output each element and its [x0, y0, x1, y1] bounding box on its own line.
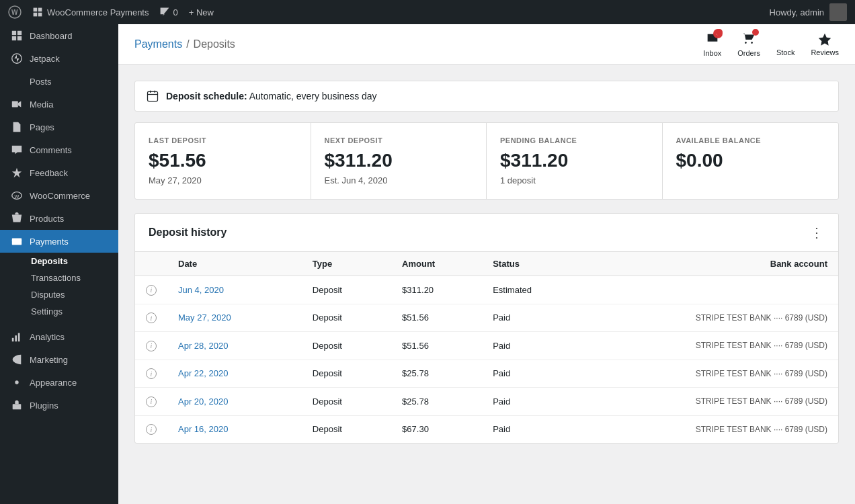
- row-status: Paid: [482, 304, 583, 332]
- breadcrumb-current: Deposits: [194, 38, 235, 50]
- stat-sub-1: Est. Jun 4, 2020: [325, 175, 473, 185]
- breadcrumb: Payments / Deposits: [134, 38, 235, 50]
- sidebar-item-pages[interactable]: Pages: [0, 116, 118, 138]
- sidebar-item-posts[interactable]: Posts: [0, 70, 118, 93]
- history-menu-button[interactable]: ⋮: [810, 224, 825, 241]
- row-info-icon[interactable]: i: [135, 415, 167, 443]
- page-content: Deposit schedule: Automatic, every busin…: [118, 65, 855, 504]
- row-type: Deposit: [302, 332, 391, 360]
- row-info-icon[interactable]: i: [135, 276, 167, 304]
- sidebar-item-products[interactable]: Products: [0, 207, 118, 230]
- row-date[interactable]: Apr 20, 2020: [167, 388, 302, 416]
- sidebar-item-plugins[interactable]: Plugins: [0, 394, 118, 417]
- comments-link[interactable]: 0: [159, 7, 177, 17]
- sidebar-item-analytics[interactable]: Analytics: [0, 325, 118, 348]
- sidebar-sub-deposits[interactable]: Deposits: [0, 253, 118, 269]
- sidebar-sub-settings[interactable]: Settings: [0, 303, 118, 320]
- sidebar-item-appearance[interactable]: Appearance: [0, 371, 118, 394]
- row-status: Paid: [482, 360, 583, 388]
- svg-point-23: [745, 42, 747, 44]
- row-date[interactable]: Apr 16, 2020: [167, 415, 302, 443]
- sidebar-item-media[interactable]: Media: [0, 93, 118, 116]
- quick-action-reviews[interactable]: Reviews: [811, 32, 839, 56]
- col-header-amount: Amount: [391, 252, 482, 276]
- sidebar-sub-disputes[interactable]: Disputes: [0, 286, 118, 303]
- row-info-icon[interactable]: i: [135, 360, 167, 388]
- content-area: Payments / Deposits ● Inbox: [118, 24, 855, 504]
- svg-rect-9: [17, 36, 22, 40]
- quick-action-inbox[interactable]: ● Inbox: [703, 32, 721, 57]
- row-status: Paid: [482, 388, 583, 416]
- svg-rect-6: [12, 31, 16, 35]
- stat-sub-2: 1 deposit: [500, 175, 649, 185]
- row-bank: STRIPE TEST BANK ···· 6789 (USD): [583, 332, 838, 360]
- sidebar-label-media: Media: [30, 99, 53, 110]
- deposit-history-card: Deposit history ⋮ Date Type Amount Statu…: [134, 213, 839, 444]
- sidebar-item-payments[interactable]: Payments: [0, 230, 118, 253]
- sidebar-label-jetpack: Jetpack: [30, 54, 60, 64]
- row-info-icon[interactable]: i: [135, 332, 167, 360]
- svg-marker-11: [14, 55, 17, 58]
- svg-rect-3: [38, 8, 42, 12]
- svg-rect-4: [34, 13, 38, 17]
- sidebar-label-products: Products: [30, 214, 64, 224]
- inbox-badge: [716, 29, 723, 36]
- row-status: Paid: [482, 332, 583, 360]
- sidebar-item-woocommerce[interactable]: W WooCommerce: [0, 184, 118, 207]
- table-row: i May 27, 2020 Deposit $51.56 Paid STRIP…: [135, 304, 838, 332]
- sidebar-item-comments[interactable]: Comments: [0, 138, 118, 161]
- row-date[interactable]: Jun 4, 2020: [167, 276, 302, 304]
- site-name-text: WooCommerce Payments: [47, 7, 149, 17]
- svg-rect-13: [12, 101, 18, 108]
- quick-action-orders[interactable]: Orders: [737, 32, 760, 57]
- stat-label-0: LAST DEPOSIT: [149, 136, 297, 144]
- quick-action-stock[interactable]: Stock: [776, 32, 795, 56]
- user-label: Howdy, admin: [770, 7, 824, 17]
- sidebar-item-feedback[interactable]: Feedback: [0, 161, 118, 184]
- sidebar-item-dashboard[interactable]: Dashboard: [0, 24, 118, 47]
- svg-point-20: [14, 358, 17, 361]
- row-amount: $311.20: [391, 276, 482, 304]
- row-amount: $67.30: [391, 415, 482, 443]
- breadcrumb-parent[interactable]: Payments: [134, 38, 182, 50]
- sidebar-sub-transactions[interactable]: Transactions: [0, 269, 118, 286]
- svg-rect-5: [38, 13, 42, 17]
- table-row: i Apr 22, 2020 Deposit $25.78 Paid STRIP…: [135, 360, 838, 388]
- new-button[interactable]: + New: [189, 7, 214, 17]
- svg-rect-8: [12, 36, 16, 40]
- quick-actions: ● Inbox Orders Stock: [703, 32, 839, 57]
- topbar: W WooCommerce Payments 0 + New Howdy, ad…: [0, 0, 855, 24]
- deposit-schedule-text: Deposit schedule: Automatic, every busin…: [166, 91, 377, 101]
- table-row: i Apr 16, 2020 Deposit $67.30 Paid STRIP…: [135, 415, 838, 443]
- row-amount: $51.56: [391, 332, 482, 360]
- row-date[interactable]: Apr 22, 2020: [167, 360, 302, 388]
- row-info-icon[interactable]: i: [135, 304, 167, 332]
- row-type: Deposit: [302, 304, 391, 332]
- stat-last-deposit: LAST DEPOSIT $51.56 May 27, 2020: [135, 123, 311, 199]
- svg-point-24: [751, 42, 753, 44]
- calendar-icon: [146, 89, 159, 103]
- row-info-icon[interactable]: i: [135, 388, 167, 416]
- row-date[interactable]: May 27, 2020: [167, 304, 302, 332]
- header-bar: Payments / Deposits ● Inbox: [118, 24, 855, 65]
- row-status: Estimated: [482, 276, 583, 304]
- stat-amount-0: $51.56: [149, 150, 297, 171]
- deposit-schedule-bar: Deposit schedule: Automatic, every busin…: [134, 81, 839, 112]
- row-type: Deposit: [302, 415, 391, 443]
- sidebar-label-posts: Posts: [30, 77, 52, 87]
- table-row: i Apr 28, 2020 Deposit $51.56 Paid STRIP…: [135, 332, 838, 360]
- wp-logo[interactable]: W: [8, 5, 22, 19]
- row-date[interactable]: Apr 28, 2020: [167, 332, 302, 360]
- svg-rect-7: [17, 31, 22, 35]
- row-amount: $25.78: [391, 388, 482, 416]
- sidebar-item-marketing[interactable]: Marketing: [0, 348, 118, 371]
- stat-pending: PENDING BALANCE $311.20 1 deposit: [487, 123, 663, 199]
- user-avatar[interactable]: [829, 3, 847, 21]
- site-name[interactable]: WooCommerce Payments: [32, 7, 149, 17]
- main-layout: Dashboard Jetpack Posts Media Pages Comm…: [0, 24, 855, 504]
- table-row: i Jun 4, 2020 Deposit $311.20 Estimated: [135, 276, 838, 304]
- row-status: Paid: [482, 415, 583, 443]
- sidebar: Dashboard Jetpack Posts Media Pages Comm…: [0, 24, 118, 504]
- sidebar-item-jetpack[interactable]: Jetpack: [0, 47, 118, 70]
- user-info: Howdy, admin: [770, 3, 847, 21]
